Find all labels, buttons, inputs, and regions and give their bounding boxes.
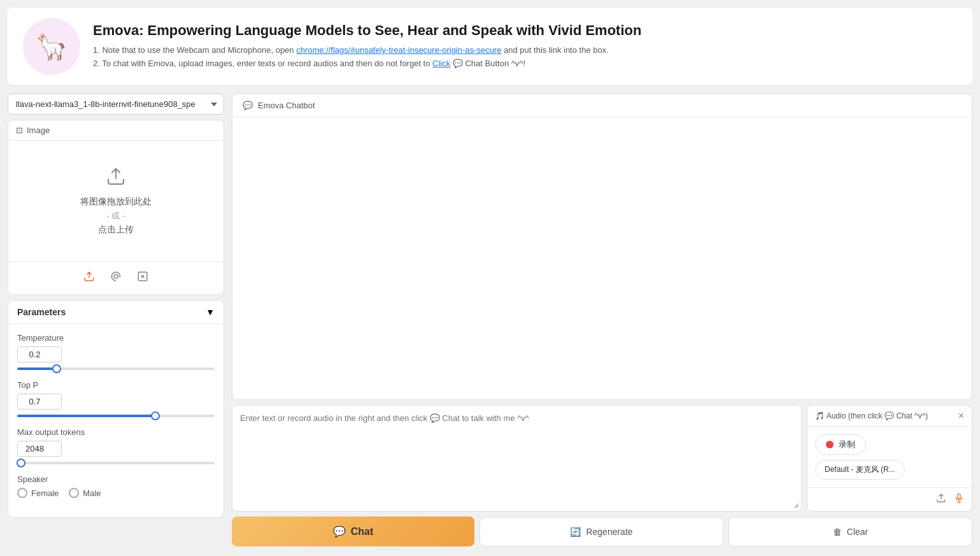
max-tokens-input-row <box>17 441 215 457</box>
regenerate-button[interactable]: 🔄 Regenerate <box>479 517 723 546</box>
header-note1: 1. Note that to use the Webcam and Micro… <box>93 44 641 57</box>
speaker-options: Female Male <box>17 488 215 498</box>
audio-panel: 🎵 Audio (then click 💬 Chat ^v^) × 录制 Def… <box>807 405 972 511</box>
speaker-label: Speaker <box>17 474 215 484</box>
mic-label: Default - 麦克风 (R... <box>825 465 895 474</box>
female-radio[interactable] <box>17 488 27 498</box>
header-content: Emova: Empowering Language Models to See… <box>93 22 641 71</box>
text-input-panel: ◢ <box>232 405 802 511</box>
temperature-label: Temperature <box>17 333 215 343</box>
speaker-param: Speaker Female Male <box>17 474 215 498</box>
max-tokens-slider[interactable] <box>17 462 215 464</box>
temperature-param: Temperature <box>17 333 215 370</box>
text-input[interactable] <box>232 406 801 482</box>
female-option[interactable]: Female <box>17 488 59 498</box>
main-layout: llava-next-llama3_1-8b-internvit-finetun… <box>0 94 980 554</box>
app-title: Emova: Empowering Language Models to See… <box>93 22 641 39</box>
male-label: Male <box>83 488 101 498</box>
top-p-fill <box>17 415 155 417</box>
upload-icon <box>106 166 126 189</box>
svg-rect-5 <box>958 494 960 499</box>
chrome-flags-link[interactable]: chrome://flags/#unsafely-treat-insecure-… <box>296 45 501 55</box>
audio-header: 🎵 Audio (then click 💬 Chat ^v^) × <box>807 406 972 427</box>
drag-text: 将图像拖放到此处 <box>80 196 152 208</box>
app-logo: 🦙 <box>23 18 80 75</box>
temperature-track <box>17 367 215 370</box>
temperature-fill <box>17 367 57 370</box>
female-label: Female <box>31 488 59 498</box>
chatbot-header: 💬 Emova Chatbot <box>232 94 972 117</box>
audio-footer <box>807 487 972 511</box>
image-icon: ⊡ <box>16 125 23 135</box>
record-label: 录制 <box>839 439 855 450</box>
trash-icon: 🗑 <box>833 527 842 537</box>
temperature-input-row <box>17 346 215 362</box>
chatbot-title: Emova Chatbot <box>258 101 315 110</box>
clear-label: Clear <box>847 527 868 537</box>
clear-button[interactable]: 🗑 Clear <box>728 517 972 546</box>
male-radio[interactable] <box>69 488 79 498</box>
upload-image-button[interactable] <box>81 268 97 288</box>
top-p-input-row <box>17 394 215 410</box>
input-row: ◢ 🎵 Audio (then click 💬 Chat ^v^) × 录制 D… <box>232 405 972 511</box>
audio-upload-button[interactable] <box>936 493 946 506</box>
temperature-thumb[interactable] <box>52 364 61 373</box>
top-p-track <box>17 415 215 417</box>
record-button[interactable]: 录制 <box>815 434 866 455</box>
parameters-panel: Parameters ▼ Temperature <box>8 300 224 518</box>
image-upload-area[interactable]: 将图像拖放到此处 - 或 - 点击上传 <box>8 141 224 261</box>
chat-icon: 💬 <box>333 525 346 538</box>
audio-close-button[interactable]: × <box>958 411 964 421</box>
parameters-body: Temperature Top P <box>8 324 224 517</box>
webcam-button[interactable] <box>108 268 124 288</box>
chatbot-panel: 💬 Emova Chatbot <box>232 94 972 400</box>
chatbot-body <box>232 117 972 399</box>
chat-label: Chat <box>351 526 374 538</box>
temperature-input[interactable] <box>17 346 62 362</box>
action-row: 💬 Chat 🔄 Regenerate 🗑 Clear <box>232 517 972 546</box>
max-tokens-param: Max output tokens <box>17 427 215 464</box>
image-panel-header: ⊡ Image <box>8 120 224 141</box>
mic-select-button[interactable]: Default - 麦克风 (R... <box>815 460 905 480</box>
image-actions <box>8 261 224 294</box>
image-panel: ⊡ Image 将图像拖放到此处 - 或 - 点击上传 <box>8 120 224 295</box>
regenerate-label: Regenerate <box>586 527 632 537</box>
record-indicator <box>826 441 834 448</box>
top-p-slider[interactable] <box>17 415 215 417</box>
max-tokens-track <box>17 462 215 464</box>
or-text: - 或 - <box>107 210 125 222</box>
max-tokens-thumb[interactable] <box>17 459 25 467</box>
app-header: 🦙 Emova: Empowering Language Models to S… <box>8 8 972 86</box>
chatbot-icon: 💬 <box>243 101 253 110</box>
header-note2: 2. To chat with Emova, upload images, en… <box>93 57 641 71</box>
model-selector[interactable]: llava-next-llama3_1-8b-internvit-finetun… <box>8 94 224 115</box>
top-p-input[interactable] <box>17 394 62 410</box>
regenerate-icon: 🔄 <box>570 527 581 537</box>
svg-point-2 <box>114 274 118 278</box>
click-upload-text: 点击上传 <box>98 224 134 236</box>
chevron-down-icon: ▼ <box>206 307 215 317</box>
microphone-button[interactable] <box>954 493 964 506</box>
resize-handle: ◢ <box>793 501 799 508</box>
click-link[interactable]: Click <box>432 59 450 68</box>
right-panel: 💬 Emova Chatbot ◢ 🎵 Audio (then click 💬 … <box>232 94 972 546</box>
max-tokens-label: Max output tokens <box>17 427 215 437</box>
parameters-header[interactable]: Parameters ▼ <box>8 301 224 324</box>
top-p-param: Top P <box>17 380 215 417</box>
parameters-title: Parameters <box>17 307 66 317</box>
chat-button[interactable]: 💬 Chat <box>232 517 474 546</box>
max-tokens-input[interactable] <box>17 441 62 457</box>
top-p-label: Top P <box>17 380 215 390</box>
temperature-slider[interactable] <box>17 367 215 370</box>
audio-header-label: 🎵 Audio (then click 💬 Chat ^v^) <box>815 411 928 420</box>
image-label: Image <box>27 125 50 135</box>
audio-body: 录制 Default - 麦克风 (R... <box>807 427 972 487</box>
top-p-thumb[interactable] <box>151 411 160 420</box>
male-option[interactable]: Male <box>69 488 101 498</box>
clear-image-button[interactable] <box>134 268 151 288</box>
left-panel: llava-next-llama3_1-8b-internvit-finetun… <box>8 94 224 546</box>
